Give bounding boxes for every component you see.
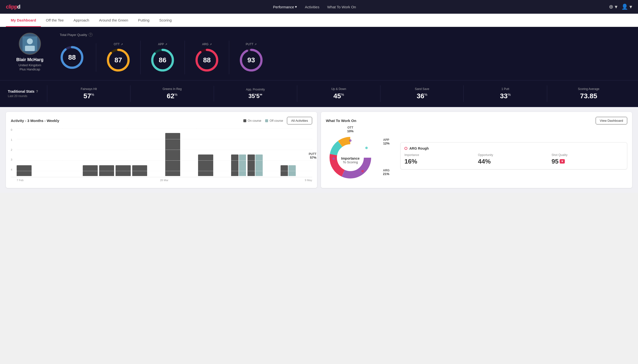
nav-activities[interactable]: Activities [305, 5, 319, 9]
oncourse-dot [243, 119, 246, 122]
arrow-icon: ↗ [209, 43, 212, 46]
donut-label-app: APP12% [383, 138, 389, 145]
score-app: APP ↗ 86 [140, 40, 185, 74]
svg-point-1 [27, 38, 33, 44]
bar-oncourse [17, 165, 32, 176]
arg-card: ARG Rough Importance 16% Opportunity 44%… [400, 142, 627, 170]
tab-my-dashboard[interactable]: My Dashboard [6, 14, 41, 27]
arg-metrics: Importance 16% Opportunity 44% Shot Qual… [404, 153, 623, 165]
tab-approach[interactable]: Approach [69, 14, 94, 27]
bottom-grid: Activity - 3 Months - Weekly On course O… [0, 107, 638, 193]
arg-card-title: ARG Rough [404, 146, 623, 150]
donut-area: OTT10% APP12% ARG21% PUTT57% [326, 128, 627, 183]
arg-importance: Importance 16% [404, 153, 476, 165]
bar-oncourse [231, 154, 239, 176]
player-handicap: Plus Handicap [20, 68, 40, 71]
x-labels: 7 Feb 28 Mar 9 May [11, 177, 312, 182]
add-button[interactable]: ⊕ ▾ [609, 4, 617, 10]
bar-oncourse [83, 165, 98, 176]
ring-arg: 88 [195, 48, 219, 72]
stat-up-down: Up & Down 45% [297, 85, 380, 102]
view-dashboard-button[interactable]: View Dashboard [596, 117, 627, 124]
svg-point-22 [332, 158, 335, 160]
all-activities-button[interactable]: All Activities [287, 117, 312, 124]
arg-shot-quality: Shot Quality 95 ▼ [552, 153, 623, 165]
bar-group [198, 154, 213, 176]
bar-group [281, 165, 296, 176]
tab-off-the-tee[interactable]: Off the Tee [41, 14, 69, 27]
score-arg: ARG ↗ 88 [185, 40, 229, 74]
bar-group [17, 165, 32, 176]
score-total: 88 [60, 43, 96, 72]
player-name: Blair McHarg [16, 57, 43, 62]
ring-total: 88 [60, 45, 84, 70]
donut-center: Importance To Scoring [341, 156, 359, 164]
nav-performance[interactable]: Performance ▾ [273, 5, 297, 9]
score-arg-value: 88 [203, 56, 210, 64]
hero-section: Blair McHarg United Kingdom Plus Handica… [0, 27, 638, 80]
score-app-label: APP ↗ [158, 42, 167, 46]
svg-rect-2 [25, 46, 35, 51]
tab-around-the-green[interactable]: Around the Green [94, 14, 133, 27]
y-axis: 4 3 2 1 0 [11, 128, 16, 171]
user-menu-button[interactable]: 👤 ▾ [621, 4, 632, 10]
what-to-work-on-header: What To Work On View Dashboard [326, 117, 627, 124]
nav-what-to-work-on[interactable]: What To Work On [327, 5, 356, 9]
nav-right: ⊕ ▾ 👤 ▾ [609, 4, 632, 10]
traditional-stats: Traditional Stats ? Last 20 rounds Fairw… [0, 80, 638, 107]
legend-offcourse: Off course [265, 119, 283, 122]
bar-oncourse [132, 165, 147, 176]
bar-group [99, 165, 114, 176]
score-ott: OTT ↗ 87 [96, 40, 140, 74]
player-country: United Kingdom [19, 63, 41, 67]
score-ott-label: OTT ↗ [114, 42, 123, 46]
activity-title: Activity - 3 Months - Weekly [11, 118, 59, 123]
quality-section: Total Player Quality ? 88 OTT [60, 33, 630, 74]
gridlines [17, 128, 312, 171]
activity-legend: On course Off course All Activities [243, 117, 312, 124]
trad-help-icon[interactable]: ? [36, 90, 38, 94]
arrow-icon: ↗ [254, 43, 257, 46]
activity-card: Activity - 3 Months - Weekly On course O… [6, 112, 317, 188]
donut-label-arg: ARG21% [383, 169, 389, 176]
stat-sand-save: Sand Save 36% [380, 85, 464, 102]
what-to-work-on-card: What To Work On View Dashboard OTT10% AP… [321, 112, 632, 188]
donut-label-ott: OTT10% [347, 126, 353, 133]
ring-putt: 93 [239, 48, 263, 72]
bar-oncourse [165, 133, 180, 176]
player-info: Blair McHarg United Kingdom Plus Handica… [8, 33, 52, 71]
bar-oncourse [99, 165, 114, 176]
tab-scoring[interactable]: Scoring [154, 14, 176, 27]
bar-oncourse [281, 165, 288, 176]
tab-putting[interactable]: Putting [133, 14, 154, 27]
logo: clippd [6, 4, 20, 10]
ring-ott: 87 [106, 48, 130, 72]
stat-1putt: 1 Putt 33% [464, 85, 547, 102]
what-to-work-on-title: What To Work On [326, 118, 356, 123]
quality-scores: 88 OTT ↗ 87 [60, 40, 630, 74]
offcourse-dot [265, 119, 268, 122]
what-right: ARG Rough Importance 16% Opportunity 44%… [400, 142, 627, 170]
bar-chart: 4 3 2 1 0 [11, 128, 312, 177]
arg-opportunity: Opportunity 44% [478, 153, 549, 165]
stat-fairways: Fairways Hit 57% [47, 85, 130, 102]
bar-group [231, 154, 246, 176]
score-arg-label: ARG ↗ [202, 42, 211, 46]
tab-bar: My Dashboard Off the Tee Approach Around… [0, 14, 638, 27]
down-badge: ▼ [560, 159, 565, 164]
avatar [19, 33, 41, 55]
score-ott-value: 87 [114, 56, 122, 64]
stat-scoring-avg: Scoring Average 73.85 [547, 85, 630, 102]
stat-gir: Greens In Reg 62% [130, 85, 214, 102]
score-putt-label: PUTT ↗ [246, 42, 257, 46]
ring-app: 86 [150, 48, 175, 72]
bar-offcourse [255, 154, 263, 176]
activity-card-header: Activity - 3 Months - Weekly On course O… [11, 117, 312, 124]
bar-group [116, 165, 130, 176]
top-nav: clippd Performance ▾ Activities What To … [0, 0, 638, 14]
donut-wrapper: OTT10% APP12% ARG21% PUTT57% [326, 128, 375, 183]
nav-links: Performance ▾ Activities What To Work On [273, 5, 356, 9]
help-icon[interactable]: ? [89, 33, 93, 37]
trad-sublabel: Last 20 rounds [8, 94, 47, 98]
bar-offcourse [288, 165, 296, 176]
